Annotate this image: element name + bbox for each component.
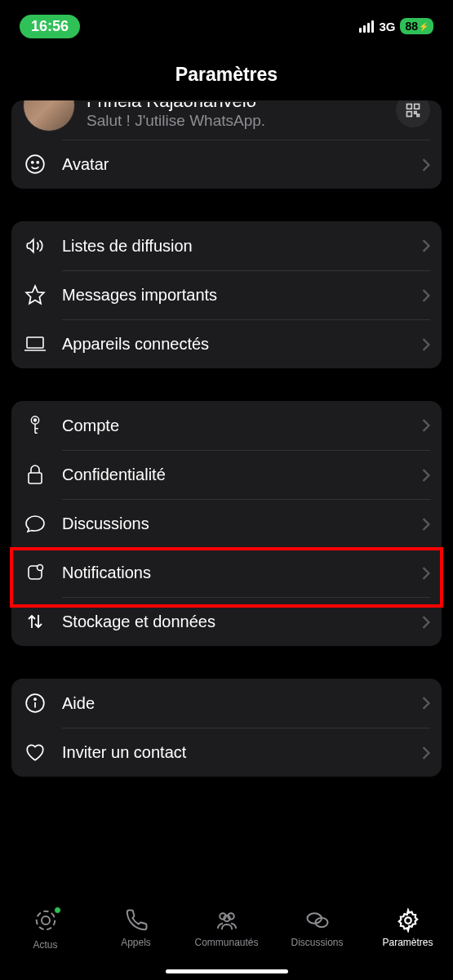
tab-settings-label: Paramètres [382,937,433,948]
chats-label: Discussions [62,514,422,533]
account-label: Compte [62,416,422,435]
status-time: 16:56 [20,15,80,38]
chevron-right-icon [422,746,430,760]
svg-point-6 [32,162,33,163]
status-right: 3G 88⚡ [359,18,433,34]
key-icon [25,415,45,436]
chevron-right-icon [422,289,430,302]
avatar-row[interactable]: Avatar [11,140,442,189]
storage-row[interactable]: Stockage et données [11,597,442,646]
chevron-right-icon [422,697,430,710]
privacy-label: Confidentialité [62,466,422,484]
network-label: 3G [379,20,395,33]
qr-code-button[interactable] [396,100,430,127]
heart-icon [24,742,46,762]
tab-bar: Actus Appels Communautés Discussions Par… [0,898,453,980]
chevron-right-icon [422,158,430,172]
help-row[interactable]: Aide [11,679,442,728]
home-indicator[interactable] [166,969,288,973]
svg-point-23 [42,916,50,924]
svg-rect-16 [29,473,42,483]
page-title: Paramètres [0,64,453,86]
chat-bubble-icon [24,514,46,533]
svg-marker-8 [26,286,44,304]
broadcast-label: Listes de diffusion [62,237,422,256]
tab-calls-label: Appels [121,937,151,948]
tab-settings[interactable]: Paramètres [362,908,453,948]
avatar-label: Avatar [62,155,422,174]
svg-rect-0 [407,105,412,109]
linked-label: Appareils connectés [62,335,422,354]
svg-rect-1 [415,105,420,109]
chevron-right-icon [422,616,430,629]
profile-name: Frinela Rajaonarivelo [87,102,384,112]
starred-row[interactable]: Messages importants [11,270,442,319]
invite-label: Inviter un contact [62,743,422,762]
svg-rect-4 [417,114,420,117]
star-icon [24,284,46,305]
battery-indicator: 88⚡ [400,18,433,34]
invite-row[interactable]: Inviter un contact [11,728,442,777]
storage-label: Stockage et données [62,612,422,631]
megaphone-icon [24,235,46,256]
notification-icon [25,563,45,582]
svg-point-21 [34,698,36,700]
chevron-right-icon [422,567,430,580]
svg-point-7 [37,162,38,163]
status-bar: 16:56 3G 88⚡ [0,8,453,44]
communities-icon [215,908,239,933]
chevron-right-icon [422,338,430,351]
tab-updates[interactable]: Actus [0,908,91,951]
signal-icon [359,20,374,33]
tab-communities[interactable]: Communautés [181,908,272,948]
header: Paramètres [0,44,453,100]
tab-communities-label: Communautés [194,937,258,948]
tab-calls[interactable]: Appels [91,908,181,948]
lists-group: Listes de diffusion Messages importants … [11,221,442,368]
svg-point-29 [405,917,411,924]
svg-rect-2 [407,112,412,117]
avatar-icon [24,154,46,175]
chevron-right-icon [422,419,430,432]
phone-icon [124,908,149,933]
svg-rect-3 [415,112,417,114]
account-row[interactable]: Compte [11,401,442,450]
laptop-icon [24,335,47,353]
avatar-image [23,100,75,131]
account-group: Compte Confidentialité Discussions [11,401,442,646]
svg-point-18 [38,565,43,571]
svg-point-5 [26,155,44,173]
svg-point-12 [34,419,37,421]
help-label: Aide [62,694,422,713]
chats-row[interactable]: Discussions [11,499,442,548]
tab-updates-label: Actus [33,939,57,951]
tab-chats-label: Discussions [291,937,343,948]
gear-icon [396,908,420,933]
notifications-row[interactable]: Notifications [11,548,442,597]
chevron-right-icon [422,518,430,531]
broadcast-row[interactable]: Listes de diffusion [11,221,442,270]
chevron-right-icon [422,239,430,252]
badge-dot [54,906,61,914]
starred-label: Messages importants [62,286,422,305]
privacy-row[interactable]: Confidentialité [11,450,442,499]
profile-group: Frinela Rajaonarivelo Salut ! J'utilise … [11,100,442,189]
profile-row[interactable]: Frinela Rajaonarivelo Salut ! J'utilise … [11,100,442,140]
tab-chats[interactable]: Discussions [272,908,362,948]
chevron-right-icon [422,469,430,482]
arrows-up-down-icon [25,612,45,631]
svg-point-22 [36,911,55,930]
notifications-label: Notifications [62,564,422,582]
chats-icon [305,908,330,933]
help-group: Aide Inviter un contact [11,679,442,777]
svg-rect-9 [27,337,43,348]
info-icon [24,693,46,714]
lock-icon [26,464,44,485]
linked-devices-row[interactable]: Appareils connectés [11,319,442,368]
profile-status: Salut ! J'utilise WhatsApp. [87,112,384,130]
qr-icon [405,102,421,118]
